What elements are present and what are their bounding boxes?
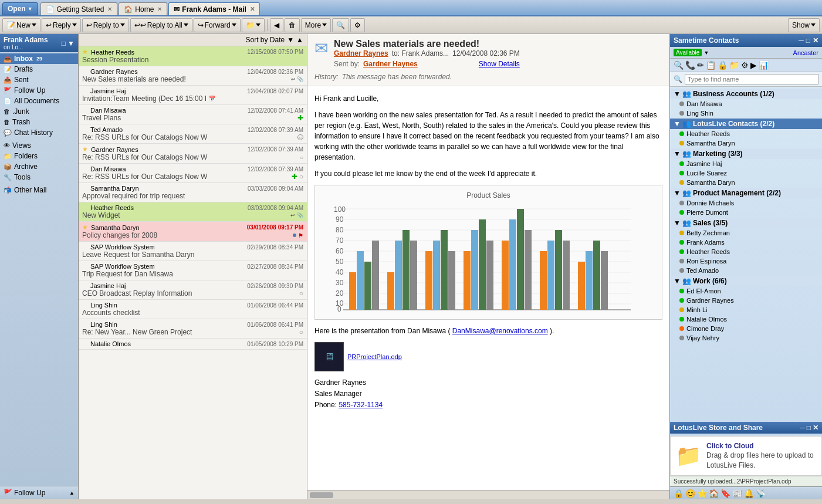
- click-cloud-text[interactable]: Click to Cloud: [706, 441, 817, 451]
- sidebar-item-chat-history[interactable]: 💬 Chat History: [0, 127, 78, 138]
- email-item-7[interactable]: Dan Misawa 12/02/2008 07:39 AM Re: RSS U…: [79, 164, 307, 183]
- email-item-15[interactable]: Ling Shin 01/06/2008 06:41 PM Re: New Ye…: [79, 319, 307, 339]
- st-icon-1[interactable]: 🔍: [674, 60, 684, 70]
- reply-all-button[interactable]: ↩↩ Reply to All: [130, 18, 192, 32]
- search-button[interactable]: 🔍: [332, 18, 349, 32]
- sametime-close-icon[interactable]: ✕: [813, 36, 818, 45]
- sidebar-item-tools[interactable]: 🔧 Tools: [0, 172, 78, 182]
- status-icon-bookmark[interactable]: 🔖: [720, 489, 730, 498]
- contact-lucille[interactable]: Lucille Suarez: [670, 168, 822, 178]
- store-share-minimize[interactable]: ─: [800, 424, 805, 432]
- group-header-lotuslive[interactable]: ▼ 👥 LotusLive Contacts (2/2): [670, 119, 822, 129]
- contact-ted[interactable]: Ted Amado: [670, 266, 822, 275]
- email-item-10[interactable]: ★ Samantha Daryn 03/01/2008 09:17 PM Pol…: [79, 222, 307, 242]
- group-header-work[interactable]: ▼ 👥 Work (6/6): [670, 276, 822, 286]
- email-item-6[interactable]: ★ Gardner Raynes 12/02/2008 07:39 AM Re:…: [79, 144, 307, 164]
- contact-betty[interactable]: Betty Zechman: [670, 228, 822, 238]
- st-icon-4[interactable]: 📋: [706, 60, 716, 70]
- status-icon-bell[interactable]: 🔔: [744, 489, 754, 498]
- tab-frank-adams-mail[interactable]: ✉ Frank Adams - Mail ✕: [168, 2, 260, 15]
- store-share-close[interactable]: ✕: [813, 424, 818, 432]
- contact-ron[interactable]: Ron Espinosa: [670, 256, 822, 266]
- email-item-1[interactable]: ★ Heather Reeds 12/15/2008 07:50 PM Sess…: [79, 46, 307, 66]
- sametime-restore-icon[interactable]: □: [806, 36, 810, 45]
- more-button[interactable]: More: [301, 18, 331, 32]
- sidebar-item-folders[interactable]: 📁 Folders: [0, 151, 78, 161]
- sidebar-item-inbox[interactable]: 📥 Inbox 29: [0, 53, 78, 64]
- email-attachment[interactable]: 🖥 PRProjectPlan.odp: [314, 342, 662, 371]
- sig-phone-link[interactable]: 585-732-1134: [339, 401, 383, 409]
- contact-natalie[interactable]: Natalie Olmos: [670, 314, 822, 324]
- st-icon-7[interactable]: ⚙: [741, 60, 749, 70]
- contact-minh[interactable]: Minh Li: [670, 305, 822, 314]
- show-details-link[interactable]: Show Details: [479, 60, 520, 68]
- horizontal-scrollbar[interactable]: [307, 490, 669, 499]
- sidebar-item-other-mail[interactable]: 📬 Other Mail: [0, 185, 78, 195]
- status-icon-news[interactable]: 📰: [732, 489, 742, 498]
- sidebar-footer[interactable]: 🚩 Follow Up ▲: [0, 486, 78, 499]
- email-sender-link[interactable]: Gardner Raynes: [334, 49, 388, 57]
- sametime-search-input[interactable]: [685, 74, 818, 84]
- close-mail[interactable]: ✕: [250, 6, 255, 12]
- contact-jasmine[interactable]: Jasmine Haj: [670, 159, 822, 168]
- sidebar-item-junk[interactable]: 🗑 .Junk: [0, 106, 78, 117]
- sidebar-item-drafts[interactable]: 📝 Drafts: [0, 64, 78, 75]
- sidebar-item-follow-up[interactable]: 🚩 Follow Up: [0, 85, 78, 96]
- email-item-16[interactable]: Natalie Olmos 01/05/2008 10:29 PM: [79, 339, 307, 350]
- sidebar-item-trash[interactable]: 🗑 Trash: [0, 117, 78, 127]
- st-icon-9[interactable]: 📊: [759, 60, 769, 70]
- preferences-button[interactable]: ⚙: [350, 18, 365, 32]
- contact-dan-misawa[interactable]: Dan Misawa: [670, 99, 822, 109]
- group-header-sales[interactable]: ▼ 👥 Sales (3/5): [670, 218, 822, 228]
- attachment-name[interactable]: PRProjectPlan.odp: [347, 352, 402, 362]
- group-header-product[interactable]: ▼ 👥 Product Management (2/2): [670, 188, 822, 198]
- email-item-5[interactable]: Ted Amado 12/02/2008 07:39 AM Re: RSS UR…: [79, 124, 307, 144]
- show-button[interactable]: Show: [788, 18, 820, 32]
- sidebar-item-views[interactable]: 👁 Views: [0, 140, 78, 151]
- st-icon-8[interactable]: ▶: [750, 60, 757, 70]
- available-dropdown-icon[interactable]: ▼: [703, 50, 709, 56]
- status-icon-smile[interactable]: 😊: [685, 489, 695, 498]
- contact-donnie[interactable]: Donnie Michaels: [670, 198, 822, 208]
- contact-frank[interactable]: Frank Adams: [670, 238, 822, 247]
- contact-ed[interactable]: Ed El-Amon: [670, 286, 822, 296]
- sametime-minimize-icon[interactable]: ─: [799, 36, 804, 45]
- st-icon-5[interactable]: 🔒: [718, 60, 728, 70]
- store-share-restore[interactable]: □: [807, 424, 811, 432]
- contact-samantha-2[interactable]: Samantha Daryn: [670, 178, 822, 187]
- cloud-upload-area[interactable]: 📁 Click to Cloud Drag & drop files here …: [670, 436, 822, 476]
- group-header-business[interactable]: ▼ 👥 Business Accounts (1/2): [670, 89, 822, 99]
- folder-button[interactable]: 📁: [242, 18, 265, 32]
- contact-pierre[interactable]: Pierre Dumont: [670, 208, 822, 217]
- available-status[interactable]: Available: [674, 49, 702, 56]
- st-icon-2[interactable]: 📞: [685, 60, 695, 70]
- status-icon-lock[interactable]: 🔒: [674, 489, 684, 498]
- forward-button[interactable]: ↪ Forward: [194, 18, 241, 32]
- sidebar-item-all-documents[interactable]: 📄 All Documents: [0, 96, 78, 106]
- email-item-14[interactable]: Ling Shin 01/06/2008 06:44 PM Accounts c…: [79, 300, 307, 319]
- st-icon-6[interactable]: 📁: [729, 60, 739, 70]
- sort-dropdown-icon[interactable]: ▼: [287, 36, 294, 44]
- sidebar-item-archive[interactable]: 📦 Archive: [0, 161, 78, 172]
- new-button[interactable]: 📝 New: [2, 18, 40, 32]
- status-icon-wifi[interactable]: 📡: [756, 489, 766, 498]
- sidebar-icon-1[interactable]: □: [62, 39, 66, 48]
- group-header-marketing[interactable]: ▼ 👥 Marketing (3/3): [670, 148, 822, 159]
- email-item-2[interactable]: Gardner Raynes 12/04/2008 02:36 PM New S…: [79, 66, 307, 86]
- scroll-up-icon[interactable]: ▲: [296, 36, 303, 44]
- open-button[interactable]: Open ▼: [2, 2, 38, 15]
- contact-heather-1[interactable]: Heather Reeds: [670, 129, 822, 138]
- tab-getting-started[interactable]: 📄 Getting Started ✕: [40, 2, 118, 15]
- contact-cimone[interactable]: Cimone Dray: [670, 324, 822, 333]
- st-icon-3[interactable]: ✏: [697, 60, 704, 70]
- email-item-3[interactable]: Jasmine Haj 12/04/2008 02:07 PM Invitati…: [79, 86, 307, 105]
- status-icon-star[interactable]: ⭐: [697, 489, 707, 498]
- close-home[interactable]: ✕: [157, 6, 162, 12]
- email-item-11[interactable]: SAP Workflow System 02/29/2008 08:34 PM …: [79, 242, 307, 261]
- sidebar-icon-2[interactable]: ▼: [67, 39, 75, 48]
- contact-vijay[interactable]: Vijay Nehry: [670, 333, 822, 343]
- email-body-link[interactable]: DanMisawa@renovations.com: [452, 327, 548, 335]
- contact-heather-2[interactable]: Heather Reeds: [670, 247, 822, 256]
- email-item-8[interactable]: Samantha Daryn 03/03/2008 09:04 AM Appro…: [79, 183, 307, 202]
- email-item-12[interactable]: SAP Workflow System 02/27/2008 08:34 PM …: [79, 261, 307, 280]
